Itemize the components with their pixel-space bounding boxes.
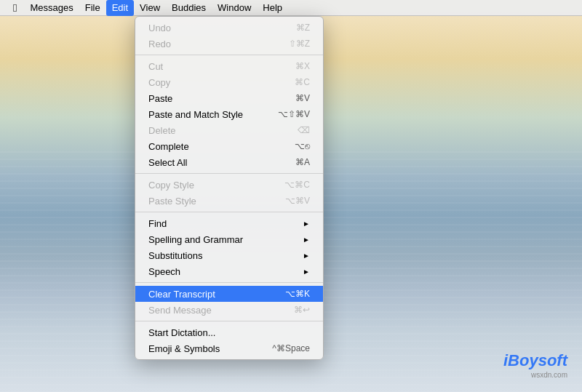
menu-label-paste-style: Paste Style	[148, 196, 196, 207]
menu-label-start-dictation: Start Dictation...	[148, 327, 215, 338]
arrow-find: ►	[303, 220, 310, 228]
menu-item-copy-style[interactable]: Copy Style ⌥⌘C	[135, 177, 323, 193]
menu-label-emoji: Emoji & Symbols	[148, 343, 220, 354]
arrow-speech: ►	[303, 268, 310, 276]
shortcut-clear-transcript: ⌥⌘K	[285, 289, 310, 299]
menubar-file[interactable]: File	[79, 0, 106, 16]
menu-item-copy[interactable]: Copy ⌘C	[135, 74, 323, 90]
shortcut-undo: ⌘Z	[296, 23, 310, 33]
menubar-window[interactable]: Window	[212, 0, 257, 16]
shortcut-send-message: ⌘↩	[294, 305, 310, 315]
menu-label-delete: Delete	[148, 125, 176, 136]
menu-item-find[interactable]: Find ►	[135, 215, 323, 231]
menu-item-paste[interactable]: Paste ⌘V	[135, 90, 323, 106]
menu-item-start-dictation[interactable]: Start Dictation...	[135, 324, 323, 340]
menu-item-emoji[interactable]: Emoji & Symbols ^⌘Space	[135, 340, 323, 356]
shortcut-delete: ⌫	[298, 125, 310, 135]
separator-1	[135, 55, 323, 55]
menu-label-find: Find	[148, 218, 167, 229]
menu-item-substitutions[interactable]: Substitutions ►	[135, 247, 323, 263]
menu-label-complete: Complete	[148, 141, 189, 152]
menu-item-spelling[interactable]: Spelling and Grammar ►	[135, 231, 323, 247]
menu-item-redo[interactable]: Redo ⇧⌘Z	[135, 36, 323, 52]
menu-label-send-message: Send Message	[148, 305, 212, 316]
shortcut-emoji: ^⌘Space	[272, 343, 310, 353]
menubar-messages[interactable]: Messages	[24, 0, 79, 16]
menu-item-paste-style[interactable]: Paste Style ⌥⌘V	[135, 193, 323, 209]
menu-item-speech[interactable]: Speech ►	[135, 263, 323, 279]
menu-item-delete[interactable]: Delete ⌫	[135, 122, 323, 138]
menu-label-copy: Copy	[148, 77, 170, 88]
separator-3	[135, 212, 323, 212]
arrow-spelling: ►	[303, 236, 310, 244]
menu-item-paste-match[interactable]: Paste and Match Style ⌥⇧⌘V	[135, 106, 323, 122]
menubar-view[interactable]: View	[134, 0, 166, 16]
separator-4	[135, 282, 323, 283]
menu-item-complete[interactable]: Complete ⌥⎋	[135, 138, 323, 154]
apple-menu[interactable]: 	[6, 0, 24, 16]
separator-5	[135, 321, 323, 321]
menu-label-clear-transcript: Clear Transcript	[148, 289, 215, 300]
shortcut-complete: ⌥⎋	[295, 141, 310, 151]
menu-label-paste: Paste	[148, 93, 172, 104]
menu-item-undo[interactable]: Undo ⌘Z	[135, 20, 323, 36]
menubar-buddies[interactable]: Buddies	[166, 0, 212, 16]
shortcut-copy-style: ⌥⌘C	[284, 180, 310, 190]
menubar:  Messages File Edit View Buddies Window…	[0, 0, 582, 16]
shortcut-cut: ⌘X	[295, 61, 310, 71]
shortcut-select-all: ⌘A	[295, 157, 310, 167]
menu-label-select-all: Select All	[148, 157, 187, 168]
menubar-help[interactable]: Help	[257, 0, 288, 16]
separator-2	[135, 173, 323, 174]
menu-label-redo: Redo	[148, 39, 171, 49]
menu-label-spelling: Spelling and Grammar	[148, 234, 243, 245]
menu-label-paste-match: Paste and Match Style	[148, 109, 243, 120]
shortcut-paste-style: ⌥⌘V	[285, 196, 310, 206]
shortcut-copy: ⌘C	[295, 77, 310, 87]
watermark-brand: iBoysoft	[503, 351, 567, 370]
menu-item-cut[interactable]: Cut ⌘X	[135, 58, 323, 74]
menu-label-cut: Cut	[148, 61, 163, 72]
menu-label-substitutions: Substitutions	[148, 250, 202, 261]
menubar-edit[interactable]: Edit	[106, 0, 134, 16]
menu-item-select-all[interactable]: Select All ⌘A	[135, 154, 323, 170]
edit-menu-dropdown: Undo ⌘Z Redo ⇧⌘Z Cut ⌘X Copy ⌘C Paste ⌘V…	[135, 16, 324, 360]
menu-label-undo: Undo	[148, 23, 171, 33]
menu-label-speech: Speech	[148, 266, 180, 277]
arrow-substitutions: ►	[303, 252, 310, 260]
menu-label-copy-style: Copy Style	[148, 180, 194, 191]
shortcut-paste: ⌘V	[295, 93, 310, 103]
shortcut-paste-match: ⌥⇧⌘V	[278, 109, 310, 119]
shortcut-redo: ⇧⌘Z	[289, 39, 310, 49]
watermark-url: wsxdn.com	[531, 371, 567, 379]
menu-item-clear-transcript[interactable]: Clear Transcript ⌥⌘K	[135, 286, 323, 302]
menu-item-send-message[interactable]: Send Message ⌘↩	[135, 302, 323, 318]
